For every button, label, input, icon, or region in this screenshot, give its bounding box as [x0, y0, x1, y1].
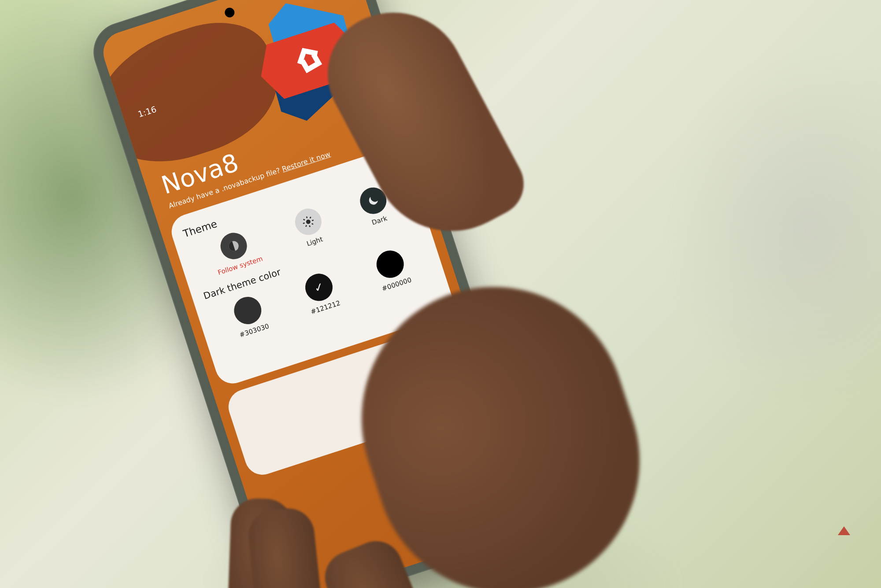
svg-line-6 — [304, 219, 305, 220]
svg-line-4 — [303, 223, 305, 223]
svg-line-5 — [312, 220, 314, 221]
dark-color-option-000000[interactable]: #000000 — [371, 247, 413, 293]
theme-option-label: Light — [306, 235, 324, 248]
svg-line-9 — [310, 217, 311, 218]
theme-option-light[interactable]: Light — [292, 205, 329, 249]
dark-color-option-121212[interactable]: #121212 — [300, 270, 341, 316]
contrast-icon — [217, 229, 251, 263]
overlay-decoration — [838, 526, 850, 535]
color-swatch-label: #303030 — [238, 322, 270, 339]
dark-color-option-303030[interactable]: #303030 — [229, 293, 270, 339]
moon-icon — [356, 184, 390, 218]
color-swatch — [373, 247, 407, 281]
color-swatch-label: #000000 — [381, 276, 413, 293]
svg-line-7 — [312, 223, 313, 225]
svg-point-1 — [306, 219, 311, 225]
theme-option-follow-system[interactable]: Follow system — [207, 226, 263, 277]
theme-option-dark[interactable]: Dark — [356, 184, 393, 228]
color-swatch — [230, 293, 265, 328]
svg-line-2 — [307, 217, 307, 218]
sun-icon — [292, 205, 325, 239]
svg-line-8 — [305, 225, 307, 226]
theme-option-label: Dark — [371, 214, 388, 226]
svg-line-3 — [310, 226, 310, 227]
color-swatch-selected — [302, 270, 336, 304]
